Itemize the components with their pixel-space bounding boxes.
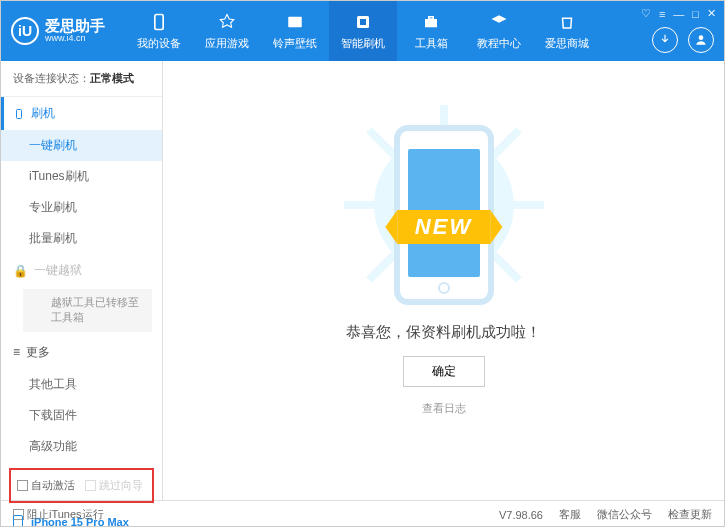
auto-activate-checkbox[interactable]: 自动激活 bbox=[17, 478, 75, 493]
phone-icon bbox=[13, 108, 25, 120]
wechat-link[interactable]: 微信公众号 bbox=[597, 507, 652, 522]
lock-icon: 🔒 bbox=[13, 264, 28, 278]
app-subtitle: www.i4.cn bbox=[45, 34, 105, 44]
maximize-button[interactable]: □ bbox=[692, 8, 699, 20]
sidebar-item-other-tools[interactable]: 其他工具 bbox=[1, 369, 162, 400]
svg-rect-1 bbox=[288, 17, 302, 28]
sidebar-group-jailbreak: 🔒 一键越狱 bbox=[1, 254, 162, 287]
device-icon bbox=[148, 11, 170, 33]
sidebar: 设备连接状态：正常模式 刷机 一键刷机 iTunes刷机 专业刷机 批量刷机 🔒… bbox=[1, 61, 163, 500]
nav-smart-flash[interactable]: 智能刷机 bbox=[329, 1, 397, 61]
nav-apps-games[interactable]: 应用游戏 bbox=[193, 1, 261, 61]
logo: iU 爱思助手 www.i4.cn bbox=[11, 17, 105, 45]
svg-rect-5 bbox=[429, 17, 434, 19]
success-message: 恭喜您，保资料刷机成功啦！ bbox=[346, 323, 541, 342]
connection-status: 设备连接状态：正常模式 bbox=[1, 61, 162, 97]
sidebar-item-onekey-flash[interactable]: 一键刷机 bbox=[1, 130, 162, 161]
svg-rect-7 bbox=[17, 109, 22, 118]
nav-ringtone-wallpaper[interactable]: 铃声壁纸 bbox=[261, 1, 329, 61]
check-update-link[interactable]: 检查更新 bbox=[668, 507, 712, 522]
top-nav: 我的设备 应用游戏 铃声壁纸 智能刷机 工具箱 教程中心 爱思商城 bbox=[125, 1, 601, 61]
user-button[interactable] bbox=[688, 27, 714, 53]
version-label: V7.98.66 bbox=[499, 509, 543, 521]
store-icon bbox=[556, 11, 578, 33]
customer-service-link[interactable]: 客服 bbox=[559, 507, 581, 522]
sidebar-item-itunes-flash[interactable]: iTunes刷机 bbox=[1, 161, 162, 192]
download-button[interactable] bbox=[652, 27, 678, 53]
nav-store[interactable]: 爱思商城 bbox=[533, 1, 601, 61]
logo-icon: iU bbox=[11, 17, 39, 45]
app-title: 爱思助手 bbox=[45, 18, 105, 35]
user-controls bbox=[652, 27, 714, 53]
close-button[interactable]: ✕ bbox=[707, 7, 716, 20]
svg-point-6 bbox=[699, 35, 704, 40]
svg-rect-0 bbox=[155, 15, 163, 30]
ok-button[interactable]: 确定 bbox=[403, 356, 485, 387]
device-phone-icon bbox=[13, 515, 23, 527]
nav-tutorials[interactable]: 教程中心 bbox=[465, 1, 533, 61]
sidebar-item-pro-flash[interactable]: 专业刷机 bbox=[1, 192, 162, 223]
main-content: NEW 恭喜您，保资料刷机成功啦！ 确定 查看日志 bbox=[163, 61, 724, 500]
menu-button[interactable]: ≡ bbox=[659, 8, 665, 20]
tutorial-icon bbox=[488, 11, 510, 33]
skip-guide-checkbox[interactable]: 跳过向导 bbox=[85, 478, 143, 493]
gift-icon[interactable]: ♡ bbox=[641, 7, 651, 20]
jailbreak-moved-note: 越狱工具已转移至工具箱 bbox=[23, 289, 152, 332]
success-illustration: NEW bbox=[394, 125, 494, 305]
block-itunes-checkbox[interactable]: 阻止iTunes运行 bbox=[13, 507, 104, 522]
sidebar-group-more[interactable]: ≡ 更多 bbox=[1, 336, 162, 369]
toolbox-icon bbox=[420, 11, 442, 33]
svg-rect-4 bbox=[425, 19, 437, 27]
sidebar-group-flash[interactable]: 刷机 bbox=[1, 97, 162, 130]
sidebar-item-download-firmware[interactable]: 下载固件 bbox=[1, 400, 162, 431]
window-controls: ♡ ≡ — □ ✕ bbox=[641, 7, 716, 20]
app-header: iU 爱思助手 www.i4.cn 我的设备 应用游戏 铃声壁纸 智能刷机 工具… bbox=[1, 1, 724, 61]
flash-icon bbox=[352, 11, 374, 33]
svg-rect-3 bbox=[360, 19, 366, 25]
more-icon: ≡ bbox=[13, 345, 20, 359]
view-log-link[interactable]: 查看日志 bbox=[422, 401, 466, 416]
sidebar-item-batch-flash[interactable]: 批量刷机 bbox=[1, 223, 162, 254]
apps-icon bbox=[216, 11, 238, 33]
wallpaper-icon bbox=[284, 11, 306, 33]
nav-toolbox[interactable]: 工具箱 bbox=[397, 1, 465, 61]
new-banner: NEW bbox=[397, 210, 490, 244]
sidebar-item-advanced[interactable]: 高级功能 bbox=[1, 431, 162, 462]
highlighted-options: 自动激活 跳过向导 bbox=[9, 468, 154, 503]
minimize-button[interactable]: — bbox=[673, 8, 684, 20]
nav-my-device[interactable]: 我的设备 bbox=[125, 1, 193, 61]
